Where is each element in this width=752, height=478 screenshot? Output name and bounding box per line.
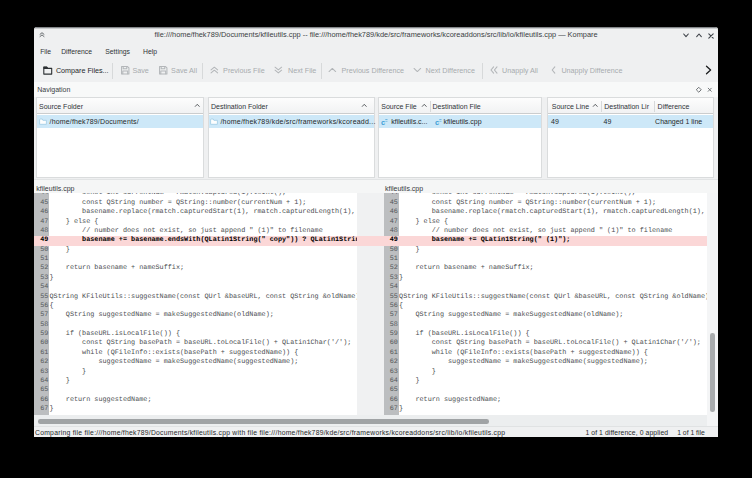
- svg-text:c: c: [435, 118, 439, 127]
- svg-text:c: c: [381, 118, 385, 127]
